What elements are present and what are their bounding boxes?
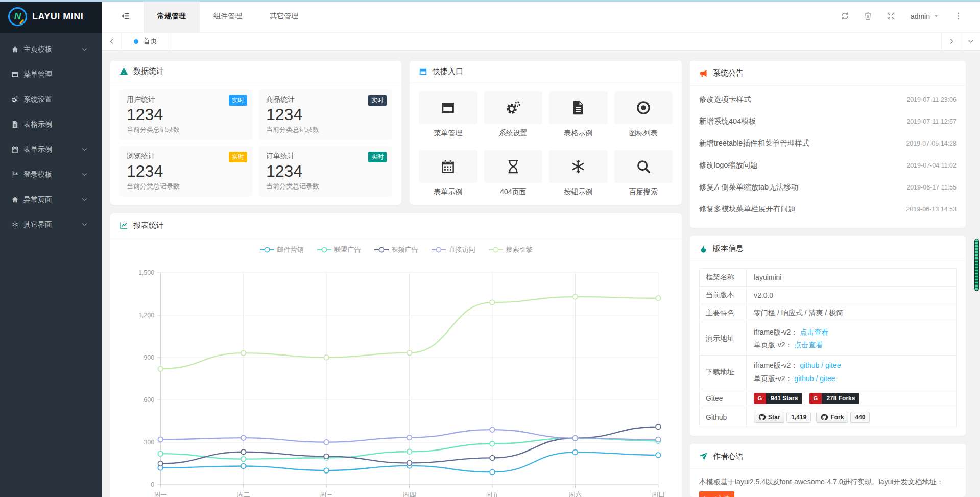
svg-text:900: 900 [144,354,154,361]
topnav-tab[interactable]: 组件管理 [200,0,256,32]
window-icon [11,70,23,78]
svg-text:1,500: 1,500 [138,269,154,276]
chevron-down-icon [81,196,93,203]
flame-icon [699,244,708,253]
quick-entry-表格示例[interactable]: 表格示例 [549,91,608,138]
announcement-text: 修改选项卡样式 [699,94,751,104]
github-badge[interactable]: Star 1,419 [754,412,811,423]
tabs-menu-icon[interactable] [961,33,980,50]
topnav-tab[interactable]: 常规管理 [144,0,200,32]
legend-label: 联盟广告 [334,245,361,254]
gitee-badge[interactable]: G 278 Forks [809,393,859,404]
warning-icon [119,67,128,76]
announcement-item[interactable]: 修复左侧菜单缩放tab无法移动 2019-06-17 11:55 [699,176,957,198]
calendar-icon [11,146,23,153]
svg-text:周六: 周六 [568,491,582,497]
link-github[interactable]: github [794,374,814,383]
user-menu[interactable]: admin [902,12,947,20]
tab-首页[interactable]: 首页 [122,33,170,50]
version-row: 框架名称 layuimini [700,269,957,287]
sidebar-item[interactable]: 表格示例 [0,112,102,137]
file-icon [570,100,586,115]
more-menu-icon[interactable] [947,12,970,20]
announcement-item[interactable]: 修改选项卡样式 2019-07-11 23:06 [699,88,957,110]
gitee-badge-text: 278 Forks [822,393,859,404]
quick-entry-label: 百度搜索 [614,187,673,197]
collapse-sidebar-icon[interactable] [121,11,130,21]
stat-card[interactable]: 订单统计 实时 1234 当前分类总记录数 [259,146,392,197]
clear-cache-icon[interactable] [856,12,879,20]
layui-doc-badge[interactable]: layui文档 [699,491,734,497]
refresh-icon[interactable] [833,12,856,20]
topbar: 常规管理组件管理其它管理 admin [102,0,980,33]
quick-entry-按钮示例[interactable]: 按钮示例 [549,150,608,197]
legend-item-联盟广告[interactable]: 联盟广告 [317,245,361,254]
announcement-item[interactable]: 修复多模块菜单栏展开有问题 2019-06-13 14:53 [699,198,957,220]
link-github[interactable]: github [800,361,819,369]
topnav-tab[interactable]: 其它管理 [256,0,312,32]
announcement-item[interactable]: 新增系统404模板 2019-07-11 12:57 [699,110,957,132]
logo[interactable]: N LAYUI MINI [0,0,102,33]
quick-title: 快捷入口 [433,67,463,77]
link-gitee[interactable]: gitee [825,361,841,369]
legend-item-视频广告[interactable]: 视频广告 [374,245,418,254]
stat-card[interactable]: 商品统计 实时 1234 当前分类总记录数 [259,89,392,140]
sidebar-item[interactable]: 表单示例 [0,137,102,162]
line-chart: 03006009001,2001,500周一周二周三周四周五周六周日 [114,257,678,497]
version-row: Github Star 1,419 Fork 440 [700,408,957,427]
page-scrollbar-thumb[interactable] [974,239,979,291]
version-row-label: Gitee [700,389,747,408]
author-line1: 本模板基于layui2.5.4以及font-awesome-4.7.0进行实现。… [699,475,957,489]
quick-entry-系统设置[interactable]: 系统设置 [484,91,543,138]
tabbar: 首页 [102,33,980,51]
fullscreen-icon[interactable] [879,12,902,20]
quick-entry-菜单管理[interactable]: 菜单管理 [419,91,477,138]
svg-text:周三: 周三 [320,491,333,497]
github-badge[interactable]: Fork 440 [816,412,870,423]
github-badge-count: 440 [850,412,870,423]
sidebar-item[interactable]: 登录模板 [0,162,102,187]
announcement-item[interactable]: 新增treetable插件和菜单管理样式 2019-07-05 14:28 [699,132,957,154]
legend-item-搜索引擎[interactable]: 搜索引擎 [489,245,533,254]
home-icon [11,45,23,53]
svg-text:周五: 周五 [486,491,499,497]
legend-item-直接访问[interactable]: 直接访问 [432,245,475,254]
sidebar-item[interactable]: 系统设置 [0,87,102,112]
chart-legend: 邮件营销 联盟广告 视频广告 直接访问 搜索引擎 [110,245,682,254]
tabs-scroll-right-icon[interactable] [941,33,961,50]
svg-text:周一: 周一 [154,491,167,497]
stat-value: 1234 [127,106,246,124]
announcement-item[interactable]: 修改logo缩放问题 2019-07-04 11:02 [699,154,957,176]
sidebar-item[interactable]: 主页模板 [0,37,102,62]
author-card: 作者心语 本模板基于layui2.5.4以及font-awesome-4.7.0… [690,444,966,497]
svg-text:周四: 周四 [403,491,416,497]
stat-value: 1234 [127,162,246,180]
sidebar-item-label: 异常页面 [23,195,81,204]
link-点击查看[interactable]: 点击查看 [794,341,823,349]
quick-entry-百度搜索[interactable]: 百度搜索 [614,150,673,197]
link-gitee[interactable]: gitee [820,374,835,383]
stat-card[interactable]: 用户统计 实时 1234 当前分类总记录数 [119,89,253,140]
gitee-badge[interactable]: G 941 Stars [754,393,802,404]
tab-dot [134,39,138,44]
sidebar-item[interactable]: 菜单管理 [0,62,102,87]
stats-title: 数据统计 [133,66,164,76]
announcement-text: 修复多模块菜单栏展开有问题 [699,204,796,214]
version-row-value: Star 1,419 Fork 440 [747,408,957,427]
link-点击查看[interactable]: 点击查看 [800,328,828,336]
quick-entry-图标列表[interactable]: 图标列表 [614,91,673,138]
quick-entry-表单示例[interactable]: 表单示例 [419,150,477,197]
sidebar-item[interactable]: 其它界面 [0,212,102,237]
legend-item-邮件营销[interactable]: 邮件营销 [260,245,304,254]
gears-icon [11,96,23,103]
status-badge: 实时 [368,152,387,162]
announcement-date: 2019-07-11 23:06 [906,96,957,103]
tabs-scroll-left-icon[interactable] [102,33,122,50]
version-row-label: 下载地址 [700,356,747,389]
gitee-icon: G [754,393,766,404]
sidebar-item[interactable]: 异常页面 [0,187,102,212]
stat-card[interactable]: 浏览统计 实时 1234 当前分类总记录数 [119,146,253,197]
quick-entry-404页面[interactable]: 404页面 [484,150,543,197]
announcement-text: 新增系统404模板 [699,116,756,126]
link-prefix: 单页版-v2： [754,374,792,383]
